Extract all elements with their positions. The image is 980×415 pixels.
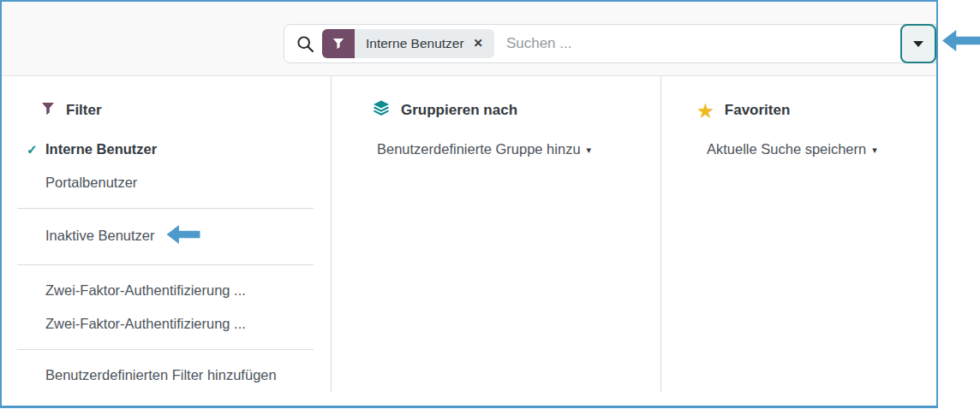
- search-options-dropdown: Filter ✓ Interne Benutzer Portalbenutzer…: [2, 76, 936, 406]
- facet-label: Interne Benutzer: [366, 36, 464, 51]
- filter-item-portalbenutzer[interactable]: Portalbenutzer: [2, 166, 331, 199]
- group-by-column: Gruppieren nach Benutzerdefinierte Grupp…: [332, 76, 661, 392]
- filter-funnel-icon: [41, 102, 55, 120]
- facet-body: Interne Benutzer ✕: [355, 29, 494, 58]
- check-icon: ✓: [27, 140, 38, 158]
- filter-section-title: Filter: [66, 102, 102, 119]
- filter-item-interne-benutzer[interactable]: ✓ Interne Benutzer: [2, 133, 331, 166]
- add-custom-group-dropdown[interactable]: Benutzerdefinierte Gruppe hinzu▾: [332, 133, 660, 167]
- filter-separator: [17, 208, 314, 209]
- group-by-section-title: Gruppieren nach: [401, 102, 517, 119]
- annotation-arrow-inaktive-benutzer: [164, 225, 203, 248]
- group-by-section-header: Gruppieren nach: [332, 97, 660, 124]
- control-panel-bar: Interne Benutzer ✕: [2, 2, 936, 76]
- filter-item-zwei-faktor-2[interactable]: Zwei-Faktor-Authentifizierung ...: [2, 307, 331, 341]
- search-facet-interne-benutzer[interactable]: Interne Benutzer ✕: [322, 29, 494, 58]
- filter-separator: [17, 349, 314, 350]
- filter-item-inaktive-benutzer[interactable]: Inaktive Benutzer: [2, 217, 331, 256]
- chevron-down-icon: ▾: [872, 145, 877, 155]
- filter-column: Filter ✓ Interne Benutzer Portalbenutzer…: [2, 76, 332, 392]
- favorites-section-title: Favoriten: [725, 102, 791, 119]
- layers-icon: [373, 100, 390, 121]
- search-dropdown-toggle-button[interactable]: [900, 24, 936, 63]
- search-dropdown-frame: Interne Benutzer ✕ Filter: [0, 0, 938, 408]
- search-bar[interactable]: Interne Benutzer ✕: [284, 24, 936, 63]
- search-icon: [296, 35, 314, 53]
- star-icon: ★: [697, 102, 714, 120]
- filter-separator: [17, 264, 314, 265]
- chevron-down-icon: ▾: [587, 145, 592, 155]
- save-current-search-dropdown[interactable]: Aktuelle Suche speichern▾: [661, 133, 936, 167]
- dropdown-toggle-caret-icon: [913, 41, 923, 47]
- favorites-section-header: ★ Favoriten: [661, 97, 936, 124]
- filter-item-add-custom-filter[interactable]: Benutzerdefinierten Filter hinzufügen: [2, 359, 331, 392]
- filter-item-zwei-faktor-1[interactable]: Zwei-Faktor-Authentifizierung ...: [2, 274, 331, 307]
- search-input[interactable]: [498, 35, 900, 52]
- facet-remove-icon[interactable]: ✕: [474, 38, 483, 50]
- annotation-arrow-dropdown-toggle: [942, 29, 980, 56]
- facet-filter-funnel-icon: [322, 29, 355, 58]
- filter-section-header: Filter: [2, 97, 331, 124]
- favorites-column: ★ Favoriten Aktuelle Suche speichern▾: [661, 76, 936, 392]
